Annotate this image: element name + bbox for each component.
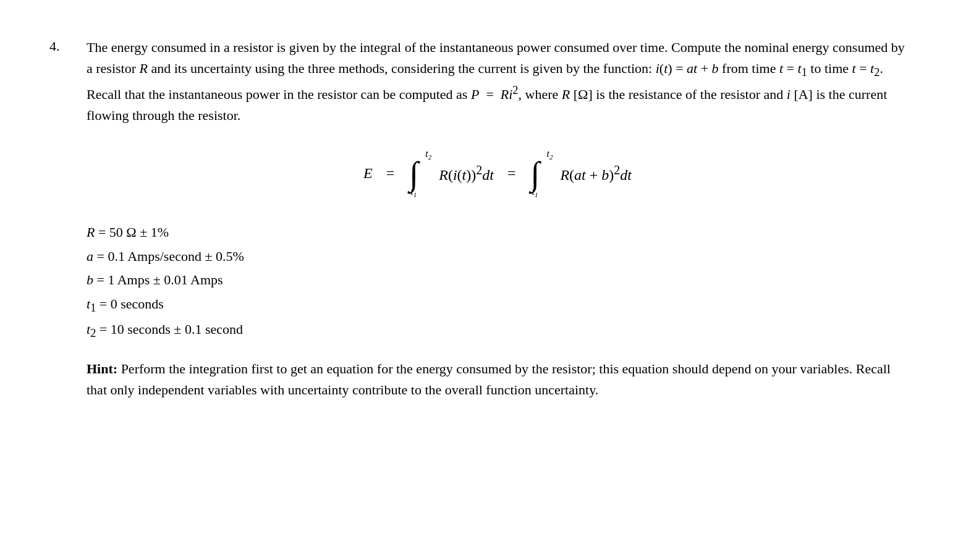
problem-number: 4. [49,37,72,54]
hint-label: Hint: [87,361,117,376]
integral-2: t2 ∫ t1 R(at + b)2dt [529,148,632,198]
param-t2: t2 = 10 seconds ± 0.1 second [87,318,909,343]
integral2-sign: ∫ [530,159,540,189]
params-block: R = 50 Ω ± 1% a = 0.1 Amps/second ± 0.5%… [87,221,909,343]
page-container: 4. The energy consumed in a resistor is … [0,0,958,438]
problem-text: The energy consumed in a resistor is giv… [87,37,909,126]
problem-container: 4. The energy consumed in a resistor is … [49,37,909,401]
energy-var: E [363,165,373,182]
param-t1: t1 = 0 seconds [87,292,909,318]
integral2-integrand: R(at + b)2dt [560,163,632,184]
param-b: b = 1 Amps ± 0.01 Amps [87,268,909,292]
formula-equation: E = t2 ∫ t1 R(i(t))2dt = [363,148,632,198]
problem-content: The energy consumed in a resistor is giv… [87,37,909,401]
equals-1: = [381,165,400,182]
equals-2: = [502,165,521,182]
param-R: R = 50 Ω ± 1% [87,221,909,245]
formula-block: E = t2 ∫ t1 R(i(t))2dt = [87,148,909,198]
R-variable: R [140,61,148,76]
integral2-lower: t1 [532,186,538,198]
integral1-upper: t2 [425,148,431,161]
integral1-lower: t1 [410,186,417,198]
integral2-upper: t2 [546,148,553,161]
hint-text: Perform the integration first to get an … [87,361,891,397]
current-function: i [656,61,659,76]
integral1-sign: ∫ [409,159,418,189]
integral-1: t2 ∫ t1 R(i(t))2dt [408,148,494,198]
t-var: t [664,61,668,76]
integral1-integrand: R(i(t))2dt [439,163,494,184]
param-a: a = 0.1 Amps/second ± 0.5% [87,245,909,269]
formula-lhs: E [363,165,373,182]
hint-block: Hint: Perform the integration first to g… [87,358,909,401]
